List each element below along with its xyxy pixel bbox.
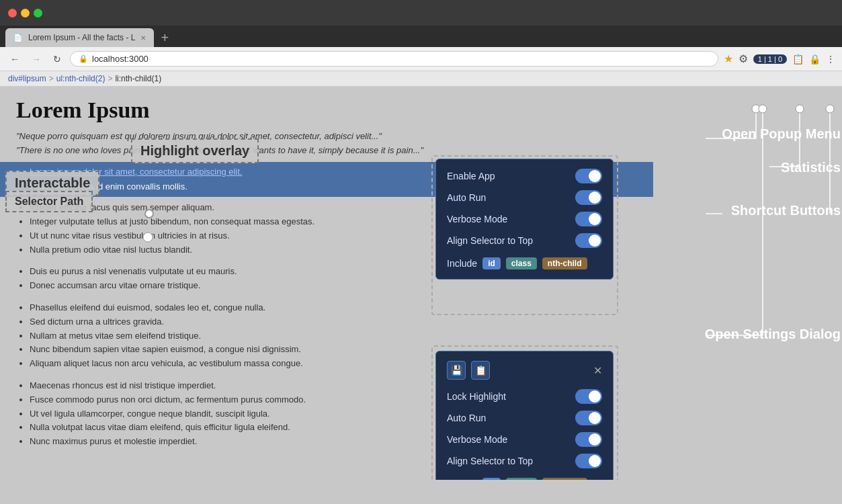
toolbar-extensions: ★ ⚙ 1 | 1 | 0 📋 🔒 ⋮ bbox=[724, 52, 835, 65]
breadcrumb-ul[interactable]: ul:nth-child(2) bbox=[56, 74, 106, 83]
toggle-row-auto-run: Auto Run bbox=[447, 190, 602, 205]
svg-point-8 bbox=[826, 105, 834, 113]
breadcrumb-div[interactable]: div#lipsum bbox=[8, 74, 46, 83]
svg-point-11 bbox=[759, 105, 767, 113]
svg-point-5 bbox=[796, 105, 804, 113]
list-item: Phasellus eleifend dui euismod, sodales … bbox=[30, 301, 427, 315]
more-icon[interactable]: ⋮ bbox=[826, 54, 835, 65]
enable-app-toggle[interactable] bbox=[575, 169, 602, 183]
include-label-bottom: Include bbox=[447, 478, 477, 480]
auto-run-toggle[interactable] bbox=[575, 190, 602, 205]
lock-highlight-label: Lock Highlight bbox=[447, 391, 506, 402]
tab-bar: 📄 Lorem Ipsum - All the facts - L ✕ + bbox=[0, 26, 842, 47]
align-selector-toggle-bottom[interactable] bbox=[575, 454, 602, 468]
toggle-row-enable-app: Enable App bbox=[447, 169, 602, 183]
verbose-mode-toggle[interactable] bbox=[575, 212, 602, 226]
page-title: Lorem Ipsum bbox=[16, 97, 427, 123]
list-item: Nunc maximus purus et molestie imperdiet… bbox=[30, 435, 427, 449]
annotation-open-popup: Open Popup Menu bbox=[722, 126, 841, 142]
traffic-light-green[interactable] bbox=[34, 9, 42, 17]
list-item: Fusce commodo purus non orci dictum, ac … bbox=[30, 393, 427, 407]
align-selector-top-label: Align Selector to Top bbox=[447, 235, 533, 246]
tab-title: Lorem Ipsum - All the facts - L bbox=[28, 33, 135, 42]
toggle-row-verbose-bottom: Verbose Mode bbox=[447, 432, 602, 447]
include-label-top: Include bbox=[447, 258, 477, 269]
list-item: Aliquam aliquet lacus non arcu vehicula,… bbox=[30, 357, 427, 371]
panel-action-icons: 💾 📋 bbox=[447, 361, 490, 380]
panel-close-button[interactable]: ✕ bbox=[593, 364, 602, 377]
enable-app-label: Enable App bbox=[447, 171, 495, 181]
verbose-mode-label: Verbose Mode bbox=[447, 214, 507, 224]
list-item: Maecenas rhoncus est id nisl tristique i… bbox=[30, 379, 427, 393]
list-item: Nulla volutpat lacus vitae diam eleifend… bbox=[30, 421, 427, 435]
breadcrumb-sep-1: > bbox=[49, 74, 54, 83]
url-lock-icon: 🔒 bbox=[79, 54, 88, 63]
dot-top-panel bbox=[144, 209, 154, 218]
auto-run-toggle-bottom[interactable] bbox=[575, 411, 602, 425]
list-item: Nunc bibendum sapien vitae sapien euismo… bbox=[30, 343, 427, 357]
tab-close-button[interactable]: ✕ bbox=[140, 34, 146, 42]
list-item: Nullam at metus vitae sem eleifend trist… bbox=[30, 329, 427, 343]
url-box[interactable]: 🔒 localhost:3000 bbox=[70, 51, 718, 67]
annotation-statistics: Statistics bbox=[781, 160, 841, 175]
save-icon-button[interactable]: 💾 bbox=[447, 361, 466, 380]
bottom-popup-panel[interactable]: 💾 📋 ✕ Lock Highlight Auto Run Verbose Mo… bbox=[435, 351, 614, 480]
annotation-open-settings: Open Settings Dialog bbox=[705, 327, 841, 342]
align-selector-toggle[interactable] bbox=[575, 233, 602, 248]
list-item: Donec accumsan arcu vitae ornare tristiq… bbox=[30, 279, 427, 293]
tag-id-bottom[interactable]: id bbox=[482, 478, 501, 480]
list-item: Integer efficitur lacus quis sem semper … bbox=[30, 201, 427, 215]
annotation-shortcut-buttons: Shortcut Buttons bbox=[731, 203, 841, 218]
traffic-light-yellow[interactable] bbox=[21, 9, 30, 17]
url-text: localhost:3000 bbox=[92, 54, 149, 64]
quote-2: "There is no one who loves pain itself, … bbox=[16, 145, 427, 155]
article-area: Lorem Ipsum "Neque porro quisquam est qu… bbox=[0, 87, 444, 468]
star-icon[interactable]: ★ bbox=[724, 52, 733, 65]
include-row-top: Include id class nth-child bbox=[447, 257, 602, 269]
tab-icon: 📄 bbox=[13, 34, 23, 42]
page-content: div#lipsum > ul:nth-child(2) > li:nth-ch… bbox=[0, 71, 842, 480]
align-selector-top-label-bottom: Align Selector to Top bbox=[447, 456, 533, 466]
list-item: Ut vel ligula ullamcorper, congue neque … bbox=[30, 407, 427, 421]
list-item: Ut ut nunc vitae risus vestibulum ultric… bbox=[30, 229, 427, 243]
toggle-row-align: Align Selector to Top bbox=[447, 233, 602, 248]
new-tab-button[interactable]: + bbox=[157, 28, 173, 47]
active-tab[interactable]: 📄 Lorem Ipsum - All the facts - L ✕ bbox=[5, 28, 154, 47]
extension-icon-1[interactable]: ⚙ bbox=[739, 52, 748, 65]
auto-run-label-bottom: Auto Run bbox=[447, 413, 486, 423]
count-badge: 1 | 1 | 0 bbox=[753, 54, 787, 64]
tag-class-bottom[interactable]: class bbox=[506, 478, 537, 480]
top-popup-panel[interactable]: Enable App Auto Run Verbose Mode bbox=[435, 159, 614, 280]
list-item: Integer vulputate tellus at justo bibend… bbox=[30, 215, 427, 229]
copy-icon-button[interactable]: 📋 bbox=[471, 361, 490, 380]
toggle-row-lock-highlight: Lock Highlight bbox=[447, 389, 602, 404]
tag-class-top[interactable]: class bbox=[506, 257, 537, 269]
breadcrumb-sep-2: > bbox=[108, 74, 112, 83]
lock-highlight-toggle[interactable] bbox=[575, 389, 602, 404]
nav-refresh-button[interactable]: ↻ bbox=[50, 52, 65, 66]
traffic-lights bbox=[8, 9, 42, 17]
traffic-light-red[interactable] bbox=[8, 9, 17, 17]
list-item: Nulla pretium odio vitae nisl luctus bla… bbox=[30, 243, 427, 257]
bottom-panel-header: 💾 📋 ✕ bbox=[447, 361, 602, 380]
list-item: Sed dictum urna a ultrices gravida. bbox=[30, 315, 427, 329]
tag-nth-top[interactable]: nth-child bbox=[542, 257, 587, 269]
page-icon[interactable]: 📋 bbox=[792, 54, 804, 65]
browser-titlebar bbox=[0, 0, 842, 26]
toggle-row-auto-run-bottom: Auto Run bbox=[447, 411, 602, 425]
list-item: Duis eu purus a nisl venenatis vulputate… bbox=[30, 265, 427, 279]
include-row-bottom: Include id class nth-child bbox=[447, 478, 602, 480]
quote-1: "Neque porro quisquam est qui dolorem ip… bbox=[16, 131, 427, 141]
breadcrumb: div#lipsum > ul:nth-child(2) > li:nth-ch… bbox=[0, 71, 842, 87]
verbose-mode-label-bottom: Verbose Mode bbox=[447, 434, 507, 445]
nav-forward-button[interactable]: → bbox=[28, 52, 44, 66]
auto-run-label: Auto Run bbox=[447, 192, 486, 203]
lock-icon[interactable]: 🔒 bbox=[809, 54, 820, 65]
toggle-row-verbose: Verbose Mode bbox=[447, 212, 602, 226]
verbose-mode-toggle-bottom[interactable] bbox=[575, 432, 602, 447]
toggle-row-align-bottom: Align Selector to Top bbox=[447, 454, 602, 468]
tag-nth-bottom[interactable]: nth-child bbox=[542, 478, 587, 480]
breadcrumb-li: li:nth-child(1) bbox=[115, 74, 161, 83]
tag-id-top[interactable]: id bbox=[482, 257, 501, 269]
nav-back-button[interactable]: ← bbox=[7, 52, 23, 66]
